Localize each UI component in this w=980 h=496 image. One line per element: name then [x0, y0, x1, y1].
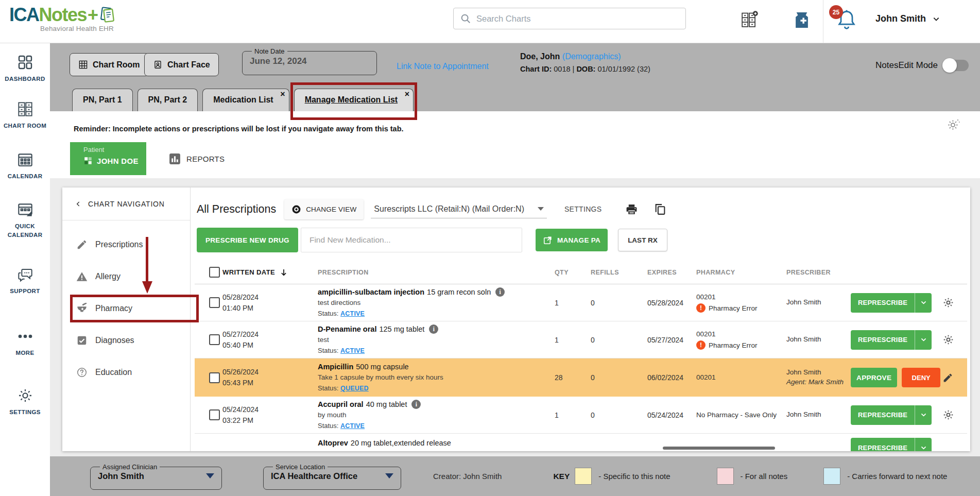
expires-cell: 05/24/2024: [645, 411, 694, 419]
pharmacy-network-value: Surescripts LLC (Retail:N) (Mail Order:N…: [374, 204, 524, 214]
chevron-down-icon[interactable]: [915, 336, 932, 344]
drug-info-icon[interactable]: i: [495, 287, 505, 297]
copy-icon[interactable]: [654, 203, 666, 216]
user-menu[interactable]: John Smith: [875, 13, 940, 24]
error-icon: !: [696, 303, 706, 313]
checkbox-cell: [195, 409, 220, 420]
demographics-link[interactable]: (Demographics): [562, 52, 621, 61]
row-checkbox[interactable]: [209, 334, 220, 345]
row-tools-cell: [940, 334, 967, 346]
note-tab-pn-part-1[interactable]: PN, Part 1: [72, 89, 133, 111]
chart-room-quick-icon[interactable]: [740, 10, 759, 29]
pharmacy-orders-icon[interactable]: [792, 10, 812, 30]
patient-tab-john-doe[interactable]: Patient JOHN DOE: [70, 142, 146, 175]
written-date-cell: 05/27/202405:40 PM: [220, 329, 316, 351]
deny-button[interactable]: DENY: [902, 368, 940, 387]
logo-text-ica: ICA: [9, 4, 39, 26]
note-tab-medication-list[interactable]: Medication List×: [202, 89, 289, 111]
last-rx-button[interactable]: LAST RX: [618, 229, 667, 251]
row-settings-gear-icon[interactable]: [942, 297, 967, 309]
row-checkbox[interactable]: [209, 372, 220, 383]
checkbox-cell: [195, 372, 220, 383]
chart-face-button[interactable]: Chart Face: [144, 53, 219, 76]
sidebar-item-more[interactable]: MORE: [2, 328, 49, 357]
pharmacy-network-dropdown[interactable]: Surescripts LLC (Retail:N) (Mail Order:N…: [371, 200, 547, 218]
note-tab-pn-part-2[interactable]: PN, Part 2: [137, 89, 198, 111]
status-link[interactable]: ACTIVE: [340, 422, 365, 430]
notes-edit-mode-toggle[interactable]: [944, 60, 969, 71]
chart-nav-item-allergy[interactable]: Allergy: [62, 261, 190, 293]
reports-tab[interactable]: REPORTS: [159, 142, 234, 175]
page-settings-gear-icon[interactable]: [947, 117, 960, 131]
represcribe-button[interactable]: REPRESCRIBE: [851, 293, 932, 313]
sidebar-item-chart-room[interactable]: CHART ROOM: [2, 101, 49, 130]
chart-nav-item-prescriptions[interactable]: Prescriptions: [62, 229, 190, 261]
row-checkbox[interactable]: [209, 409, 220, 420]
approve-button[interactable]: APPROVE: [851, 368, 897, 387]
prescriber-cell: John SmithAgent: Mark Smith: [784, 368, 849, 387]
sidebar-item-quick-calendar[interactable]: QUICK CALENDAR: [2, 201, 49, 240]
refills-cell: 0: [589, 336, 645, 344]
find-medication-input[interactable]: [301, 228, 522, 252]
prescriber-name: John Smith: [786, 410, 849, 420]
chevron-down-icon[interactable]: [915, 411, 932, 419]
horizontal-scrollbar-thumb[interactable]: [663, 447, 775, 450]
select-all-checkbox[interactable]: [209, 267, 220, 278]
reminder-text: Reminder: Incomplete actions or prescrip…: [74, 125, 404, 133]
chevron-down-icon[interactable]: [915, 299, 932, 306]
app-header: ICANotes+ Behavioral Health EHR: [0, 0, 980, 43]
chart-navigation-panel: CHART NAVIGATION PrescriptionsAllergyPha…: [62, 187, 191, 451]
list-settings-button[interactable]: SETTINGS: [564, 205, 601, 213]
logo-tagline: Behavioral Health EHR: [40, 25, 116, 32]
note-date-field[interactable]: Note Date June 12, 2024: [242, 47, 377, 75]
written-date-cell: 05/26/202405:43 PM: [220, 367, 316, 388]
represcribe-label: REPRESCRIBE: [851, 444, 915, 452]
notifications-bell[interactable]: 25: [835, 8, 858, 31]
note-tab-manage-medication-list[interactable]: Manage Medication List×: [294, 89, 414, 111]
sidebar-item-calendar[interactable]: CALENDAR: [2, 151, 49, 181]
row-settings-gear-icon[interactable]: [942, 409, 967, 421]
manage-pa-button[interactable]: MANAGE PA: [536, 229, 608, 251]
row-settings-gear-icon[interactable]: [942, 334, 967, 346]
chart-nav-item-pharmacy[interactable]: Pharmacy: [62, 293, 190, 324]
pharmacy-code: 00201: [696, 329, 784, 339]
refills-cell: 0: [589, 411, 645, 419]
chart-nav-item-label: Prescriptions: [95, 240, 143, 249]
sidebar-item-support[interactable]: SUPPORT: [2, 266, 49, 296]
sidebar-item-dashboard[interactable]: DASHBOARD: [2, 54, 49, 83]
print-icon[interactable]: [625, 203, 638, 216]
chart-nav-item-label: Education: [95, 368, 132, 377]
close-tab-icon[interactable]: ×: [280, 90, 285, 98]
change-view-button[interactable]: CHANGE VIEW: [284, 199, 364, 219]
represcribe-button[interactable]: REPRESCRIBE: [851, 405, 932, 425]
chart-room-button[interactable]: Chart Room: [70, 53, 149, 76]
row-checkbox[interactable]: [209, 297, 220, 308]
drug-info-icon[interactable]: i: [429, 324, 438, 334]
represcribe-button[interactable]: REPRESCRIBE: [851, 330, 932, 350]
chart-nav-item-education[interactable]: Education: [62, 356, 190, 388]
status-link[interactable]: ACTIVE: [340, 310, 365, 317]
prescribe-new-drug-button[interactable]: PRESCRIBE NEW DRUG: [197, 228, 298, 252]
chart-navigation-header[interactable]: CHART NAVIGATION: [62, 187, 190, 220]
drug-directions: by mouth: [318, 411, 547, 420]
status-link[interactable]: QUEUED: [340, 385, 369, 392]
represcribe-button[interactable]: REPRESCRIBE: [851, 438, 932, 451]
logo-plus: +: [88, 4, 98, 26]
close-tab-icon[interactable]: ×: [405, 90, 409, 98]
service-location-dropdown[interactable]: Service Location ICA Healthcare Office: [263, 463, 401, 490]
column-header-written-date[interactable]: WRITTEN DATE: [220, 268, 316, 277]
assigned-clinician-dropdown[interactable]: Assigned Clinician John Smith: [90, 463, 222, 490]
chevron-down-icon[interactable]: [915, 444, 932, 452]
chart-nav-item-diagnoses[interactable]: Diagnoses: [62, 324, 190, 356]
drug-info-icon[interactable]: i: [411, 400, 421, 409]
link-note-to-appointment[interactable]: Link Note to Appointment: [397, 62, 489, 71]
note-tabs: PN, Part 1PN, Part 2Medication List×Mana…: [72, 89, 414, 111]
status-line: Status: QUEUED: [318, 384, 547, 394]
sidebar-item-settings[interactable]: SETTINGS: [2, 387, 49, 417]
row-edit-pencil-icon[interactable]: [942, 372, 967, 383]
search-input[interactable]: [476, 14, 679, 24]
prescriber-name: John Smith: [786, 298, 849, 307]
prescription-cell: ampicillin-sulbactam injection 15 gram r…: [316, 287, 553, 319]
status-link[interactable]: ACTIVE: [340, 347, 365, 354]
sidebar-item-label: SUPPORT: [10, 287, 40, 296]
